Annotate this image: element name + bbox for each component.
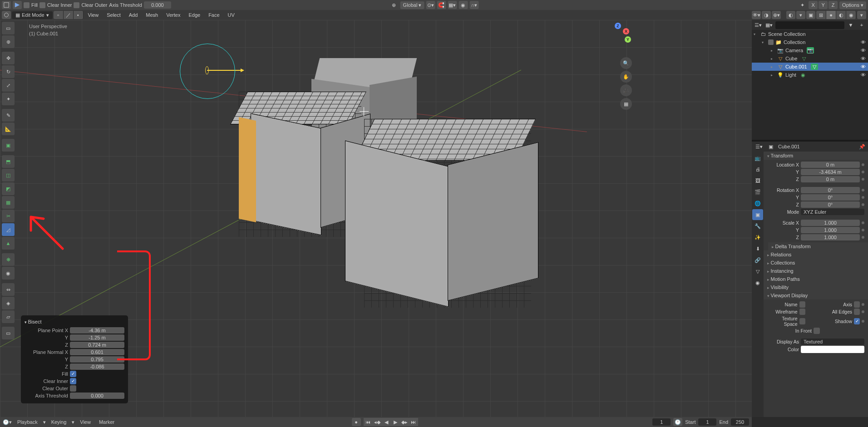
- operator-title[interactable]: Bisect: [25, 318, 124, 327]
- auto-key-icon[interactable]: ●: [352, 418, 361, 426]
- plane-normal-y[interactable]: 0.795: [70, 356, 124, 363]
- menu-edge[interactable]: Edge: [185, 11, 204, 19]
- axis-x-toggle[interactable]: X: [809, 1, 818, 9]
- solid-shading-icon[interactable]: ●: [826, 11, 836, 19]
- menu-view[interactable]: View: [84, 11, 103, 19]
- navigation-gizmo[interactable]: Z X Y: [605, 23, 632, 50]
- axis-x-handle[interactable]: X: [623, 28, 629, 34]
- tool-bisect[interactable]: ◿: [2, 223, 15, 236]
- tab-data[interactable]: ▽: [752, 266, 763, 277]
- menu-mesh[interactable]: Mesh: [142, 11, 162, 19]
- tab-world[interactable]: 🌐: [752, 198, 763, 209]
- section-collections[interactable]: Collections: [764, 259, 868, 267]
- section-visibility[interactable]: Visibility: [764, 283, 868, 291]
- pivot-icon[interactable]: ⊙▾: [426, 1, 435, 9]
- scale-x[interactable]: 1.000: [801, 220, 860, 226]
- loc-x[interactable]: 0 m: [801, 162, 860, 168]
- section-motion-paths[interactable]: Motion Paths: [764, 275, 868, 283]
- perspective-icon[interactable]: ▦: [620, 98, 632, 110]
- options-dropdown[interactable]: Options ▾: [839, 1, 866, 9]
- scale-z[interactable]: 1.000: [801, 234, 860, 240]
- loc-y[interactable]: -3.4634 m: [801, 169, 860, 175]
- vd-name-chk[interactable]: [799, 301, 805, 308]
- tool-poly-build[interactable]: ▲: [2, 237, 15, 250]
- editor-type-icon[interactable]: [2, 11, 11, 19]
- vertex-select-icon[interactable]: ▫: [54, 11, 64, 19]
- tl-keying[interactable]: Keying: [49, 418, 69, 426]
- tool-rip[interactable]: ▭: [2, 327, 15, 339]
- orientation-dropdown[interactable]: Global ▾: [400, 1, 424, 9]
- axis-z-handle[interactable]: Z: [615, 23, 621, 29]
- matprev-shading-icon[interactable]: ◐: [836, 11, 846, 19]
- mode-dropdown[interactable]: ▦ Edit Mode ▾: [12, 11, 53, 19]
- light-gizmo[interactable]: [180, 44, 235, 99]
- tab-render[interactable]: 📺: [752, 152, 763, 163]
- tool-extrude[interactable]: ⬒: [2, 155, 15, 168]
- plane-point-x[interactable]: -4.36 m: [70, 327, 124, 334]
- pan-icon[interactable]: ✋: [620, 71, 632, 83]
- overlay-toggle-icon[interactable]: ◐: [786, 11, 795, 19]
- op-clear-outer-checkbox[interactable]: [70, 385, 76, 392]
- vd-texspace-chk[interactable]: [799, 318, 805, 324]
- section-relations[interactable]: Relations: [764, 250, 868, 259]
- tool-measure[interactable]: 📐: [2, 123, 15, 135]
- tab-output[interactable]: 🖨: [752, 164, 763, 175]
- tool-shear[interactable]: ▱: [2, 310, 15, 323]
- proportional-icon[interactable]: ◉: [459, 1, 468, 9]
- outliner-editor-icon[interactable]: ☰▾: [754, 21, 763, 29]
- tab-scene[interactable]: 🎬: [752, 187, 763, 197]
- tool-annotate[interactable]: ✎: [2, 109, 15, 122]
- tab-object[interactable]: ▣: [752, 209, 763, 220]
- menu-select[interactable]: Select: [103, 11, 124, 19]
- tool-smooth[interactable]: ◉: [2, 267, 15, 280]
- mesh-visibility-icon[interactable]: ✦: [798, 1, 807, 9]
- operator-panel[interactable]: Bisect Plane Point X-4.36 m Y-1.25 m Z0.…: [21, 315, 128, 403]
- menu-vertex[interactable]: Vertex: [163, 11, 184, 19]
- outliner-display-icon[interactable]: ▦▾: [764, 21, 774, 29]
- tab-particles[interactable]: ✨: [752, 232, 763, 243]
- snap-icon[interactable]: 🧲: [437, 1, 446, 9]
- jump-start-icon[interactable]: ⏮: [364, 418, 373, 426]
- shading-dropdown-icon[interactable]: ▾: [857, 11, 866, 19]
- tab-viewlayer[interactable]: 🖼: [752, 175, 763, 186]
- cube-mesh-right[interactable]: [364, 119, 531, 308]
- gizmo-toggle-icon[interactable]: ◑: [762, 11, 771, 19]
- axis-threshold-field[interactable]: Axis Threshold0.000: [109, 1, 171, 9]
- tab-material[interactable]: ◉: [752, 277, 763, 288]
- rotation-mode-dropdown[interactable]: XYZ Euler: [801, 209, 864, 215]
- op-fill-checkbox[interactable]: [70, 371, 76, 377]
- tool-loop-cut[interactable]: ▦: [2, 196, 15, 209]
- zoom-icon[interactable]: 🔍: [620, 57, 632, 69]
- props-editor-icon[interactable]: ☰▾: [755, 142, 764, 151]
- clear-inner-option[interactable]: Clear Inner: [39, 2, 72, 8]
- tool-scale[interactable]: ⤢: [2, 79, 15, 92]
- rot-x[interactable]: 0°: [801, 187, 860, 193]
- outliner-new-collection-icon[interactable]: +: [857, 21, 866, 29]
- vd-shadow-chk[interactable]: [854, 318, 860, 324]
- play-reverse-icon[interactable]: ◀: [382, 418, 391, 426]
- outliner[interactable]: ▾🗀Scene Collection ▾📁Collection👁 ▸📷Camer…: [752, 30, 868, 140]
- plane-normal-z[interactable]: -0.086: [70, 363, 124, 370]
- section-transform[interactable]: Transform: [764, 152, 868, 160]
- tree-camera[interactable]: ▸📷Camera📷👁: [752, 46, 868, 54]
- tool-cursor[interactable]: ⊕: [2, 35, 15, 48]
- tab-modifiers[interactable]: 🔧: [752, 221, 763, 231]
- wireframe-shading-icon[interactable]: ⊞: [816, 11, 826, 19]
- color-swatch[interactable]: [801, 346, 864, 353]
- axis-y-handle[interactable]: Y: [625, 36, 631, 43]
- vd-alledges-chk[interactable]: [854, 309, 860, 315]
- plane-point-y[interactable]: -1.25 m: [70, 334, 124, 341]
- plane-point-z[interactable]: 0.724 m: [70, 342, 124, 348]
- vd-infront-chk[interactable]: [814, 328, 820, 334]
- current-frame[interactable]: 1: [652, 418, 671, 426]
- tl-view[interactable]: View: [77, 418, 94, 426]
- play-icon[interactable]: ▶: [391, 418, 400, 426]
- display-as-dropdown[interactable]: Textured: [801, 339, 864, 345]
- keyframe-prev-icon[interactable]: ◂◆: [373, 418, 382, 426]
- outliner-filter-icon[interactable]: ▼: [846, 21, 855, 29]
- selectability-icon[interactable]: 👁▾: [752, 11, 761, 19]
- overlay-dropdown-icon[interactable]: ▾: [796, 11, 805, 19]
- tool-move[interactable]: ✥: [2, 52, 15, 64]
- tab-constraints[interactable]: 🔗: [752, 255, 763, 265]
- tree-collection[interactable]: ▾📁Collection👁: [752, 38, 868, 46]
